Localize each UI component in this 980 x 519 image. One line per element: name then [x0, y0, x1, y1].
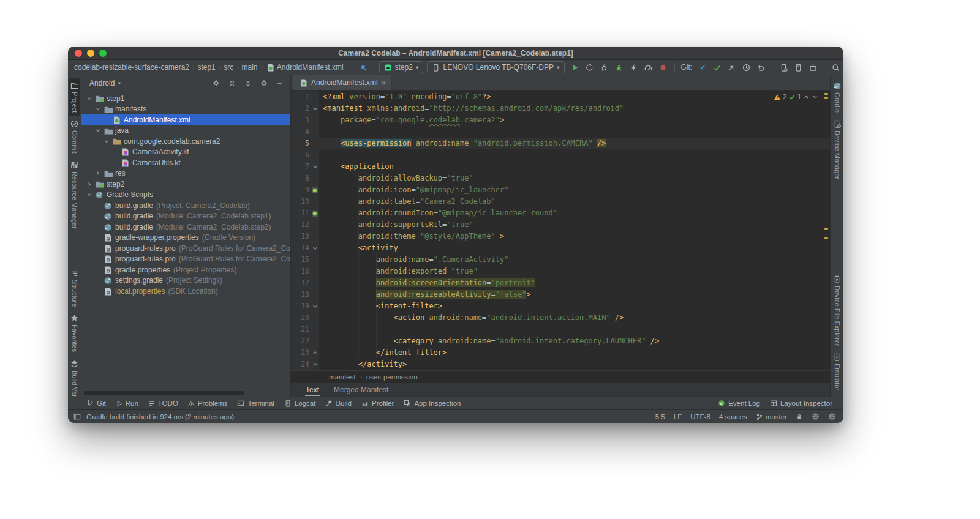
code-line-21[interactable]: 21 — [291, 324, 830, 335]
tree-item-camerautils-kt[interactable]: CameraUtils.kt — [81, 157, 290, 168]
code-line-15[interactable]: 15 android:name=".CameraActivity" — [291, 254, 830, 266]
minimize-window-button[interactable] — [87, 50, 94, 57]
code-line-24[interactable]: 24 </activity> — [291, 359, 830, 370]
error-stripe-change-mark[interactable] — [824, 237, 828, 239]
search-everywhere-button[interactable] — [829, 61, 842, 73]
code-line-14[interactable]: 14 <activity — [291, 242, 830, 254]
apply-changes-button[interactable] — [583, 61, 597, 73]
error-stripe-change-mark[interactable] — [824, 228, 828, 230]
tool-window-button-favorites[interactable]: Favorites — [69, 310, 80, 356]
tree-item-gradle-wrapper-properties[interactable]: gradle-wrapper.properties(Gradle Version… — [81, 233, 290, 244]
chevron-down-icon[interactable] — [85, 95, 94, 102]
code-line-13[interactable]: 13 android:theme="@style/AppTheme" > — [291, 231, 830, 242]
tool-window-button-app-inspection[interactable]: App Inspection — [399, 397, 466, 409]
xml-breadcrumb-uses-permission[interactable]: uses-permission — [366, 373, 418, 381]
code-line-18[interactable]: 18 android:resizeableActivity="false"> — [291, 289, 830, 301]
tree-item-java[interactable]: java — [81, 125, 290, 136]
code-line-2[interactable]: 2<manifest xmlns:android="http://schemas… — [291, 103, 830, 114]
run-config-select[interactable]: step2 ▾ — [379, 61, 424, 73]
tree-item-res[interactable]: res — [81, 168, 290, 179]
code-line-23[interactable]: 23 </intent-filter> — [291, 347, 830, 359]
previous-issue-button[interactable] — [803, 94, 810, 100]
caret-position[interactable]: 5:5 — [655, 413, 665, 420]
locate-icon[interactable] — [211, 78, 222, 89]
code-editor[interactable]: 1<?xml version="1.0" encoding="utf-8"?>2… — [291, 91, 830, 370]
tool-window-button-gradle[interactable]: Gradle — [832, 78, 843, 116]
tree-item-com-google-codelab-camera2[interactable]: com.google.codelab.camera2 — [81, 136, 290, 147]
code-line-4[interactable]: 4 — [291, 126, 830, 138]
code-line-17[interactable]: 17 android:screenOrientation="portrait" — [291, 277, 830, 289]
tool-window-button-logcat[interactable]: Logcat — [279, 397, 321, 409]
git-commit-button[interactable] — [710, 61, 723, 73]
line-separator[interactable]: LF — [674, 413, 682, 420]
tree-item-build-gradle[interactable]: build.gradle(Project: Camera2_Codelab) — [81, 200, 290, 211]
tool-window-button-device-file-explorer[interactable]: Device File Explorer — [832, 272, 842, 349]
attach-debugger-button[interactable] — [598, 61, 611, 73]
file-encoding[interactable]: UTF-8 — [690, 413, 710, 420]
tool-window-button-structure[interactable]: Structure — [69, 266, 80, 311]
zoom-window-button[interactable] — [99, 50, 107, 57]
image-preview-icon[interactable] — [311, 209, 319, 218]
project-view-selector[interactable]: Android — [89, 79, 115, 88]
settings-gear-icon[interactable] — [258, 78, 270, 89]
toolwindow-toggle-icon[interactable] — [74, 413, 81, 420]
fold-down-icon[interactable] — [311, 104, 319, 113]
breadcrumb-item-src[interactable]: src — [224, 63, 233, 72]
git-update-button[interactable] — [695, 61, 709, 73]
tree-item-gradle-properties[interactable]: gradle.properties(Project Properties) — [81, 264, 290, 275]
git-rollback-button[interactable] — [754, 61, 767, 73]
tree-item-local-properties[interactable]: local.properties(SDK Location) — [81, 286, 290, 297]
tree-item-androidmanifest-xml[interactable]: AndroidManifest.xml — [81, 114, 290, 125]
code-line-19[interactable]: 19 <intent-filter> — [291, 301, 830, 312]
back-arrow-icon[interactable] — [357, 61, 371, 73]
next-issue-button[interactable] — [812, 94, 818, 100]
fold-down-icon[interactable] — [311, 302, 319, 311]
git-branch[interactable]: master — [756, 413, 787, 420]
tool-window-button-project[interactable]: Project — [69, 78, 80, 116]
tree-item-cameraactivity-kt[interactable]: CameraActivity.kt — [81, 147, 290, 158]
code-line-3[interactable]: 3 package="com.google.codelab.camera2"> — [291, 114, 830, 126]
fold-up-icon[interactable] — [311, 348, 319, 357]
tool-window-button-profiler[interactable]: Profiler — [356, 397, 399, 409]
fold-down-icon[interactable] — [311, 162, 319, 171]
code-line-16[interactable]: 16 android:exported="true" — [291, 266, 830, 277]
close-tab-icon[interactable]: × — [382, 79, 386, 87]
breadcrumb-item-main[interactable]: main — [241, 63, 257, 72]
device-manager-button[interactable] — [777, 61, 790, 73]
chevron-right-icon[interactable] — [85, 181, 94, 187]
indent-style[interactable]: 4 spaces — [719, 413, 747, 420]
history-button[interactable] — [739, 61, 753, 73]
code-line-6[interactable]: 6 — [291, 149, 830, 161]
chevron-right-icon[interactable] — [94, 170, 102, 176]
avd-manager-button[interactable] — [791, 61, 805, 73]
tree-item-gradle-scripts[interactable]: Gradle Scripts — [81, 190, 290, 201]
tree-item-settings-gradle[interactable]: settings.gradle(Project Settings) — [81, 275, 290, 286]
editor-tab-androidmanifest[interactable]: AndroidManifest.xml × — [293, 75, 392, 90]
tree-item-manifests[interactable]: manifests — [81, 104, 290, 115]
breadcrumb-item-step1[interactable]: step1 — [197, 63, 215, 72]
code-line-20[interactable]: 20 <action android:name="android.intent.… — [291, 312, 830, 324]
tree-item-build-gradle[interactable]: build.gradle(Module: Camera2_Codelab.ste… — [81, 222, 290, 233]
tool-window-button-resource-manager[interactable]: Resource Manager — [69, 157, 80, 233]
tool-window-button-run[interactable]: Run — [111, 397, 143, 409]
feedback-smiley[interactable] — [812, 413, 820, 420]
tool-window-button-layout-inspector[interactable]: Layout Inspector — [765, 400, 837, 407]
code-line-22[interactable]: 22 <category android:name="android.inten… — [291, 335, 830, 347]
editor-mode-tab-merged-manifest[interactable]: Merged Manifest — [328, 383, 394, 397]
breadcrumb-item-androidmanifest-xml[interactable]: AndroidManifest.xml — [266, 63, 344, 72]
error-stripe-warning-mark[interactable] — [824, 93, 828, 95]
code-line-7[interactable]: 7 <application — [291, 161, 830, 173]
fold-up-icon[interactable] — [311, 360, 319, 369]
expand-all-icon[interactable] — [227, 78, 238, 89]
chevron-down-icon[interactable] — [94, 106, 102, 112]
run-button[interactable] — [568, 61, 582, 73]
tool-window-button-todo[interactable]: TODO — [143, 397, 183, 409]
chevron-down-icon[interactable] — [94, 127, 102, 133]
stop-button[interactable] — [657, 61, 670, 73]
tree-item-proguard-rules-pro[interactable]: proguard-rules.pro(ProGuard Rules for Ca… — [81, 254, 290, 265]
inspections-widget[interactable]: 2 1 — [771, 92, 821, 102]
code-line-5[interactable]: 5 <uses-permission android:name="android… — [291, 138, 830, 149]
tool-window-button-build[interactable]: Build — [320, 397, 356, 409]
tree-item-proguard-rules-pro[interactable]: proguard-rules.pro(ProGuard Rules for Ca… — [81, 243, 290, 254]
debug-button[interactable] — [612, 61, 626, 73]
